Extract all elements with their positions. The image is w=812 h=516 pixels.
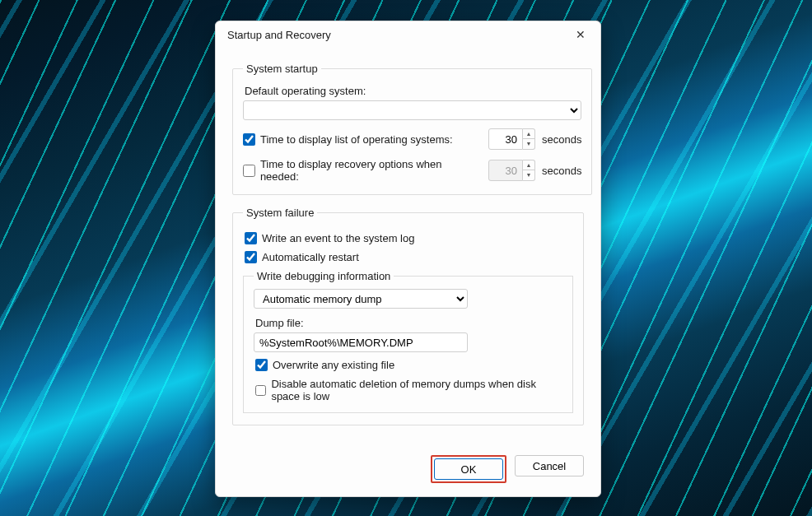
spinner-down-icon[interactable]: ▼ bbox=[523, 139, 534, 148]
disable-delete-checkbox[interactable] bbox=[255, 384, 266, 397]
default-os-label: Default operating system: bbox=[245, 85, 581, 97]
auto-restart-row[interactable]: Automatically restart bbox=[245, 251, 573, 263]
time-os-list-row[interactable]: Time to display list of operating system… bbox=[243, 133, 482, 146]
time-os-list-checkbox[interactable] bbox=[243, 133, 255, 146]
disable-delete-row[interactable]: Disable automatic deletion of memory dum… bbox=[255, 378, 562, 402]
dump-type-select[interactable]: Automatic memory dump bbox=[254, 289, 468, 309]
write-event-label: Write an event to the system log bbox=[262, 232, 414, 244]
write-event-row[interactable]: Write an event to the system log bbox=[245, 232, 573, 244]
dialog-button-row: OK Cancel bbox=[216, 452, 600, 496]
startup-recovery-dialog: Startup and Recovery ✕ System startup De… bbox=[215, 21, 601, 497]
debugging-info-group: Write debugging information Automatic me… bbox=[243, 270, 573, 413]
time-os-list-label: Time to display list of operating system… bbox=[260, 133, 453, 146]
dump-file-label: Dump file: bbox=[255, 317, 562, 329]
time-os-list-spinner[interactable]: ▲ ▼ bbox=[488, 128, 535, 150]
time-recovery-checkbox[interactable] bbox=[243, 165, 255, 177]
debugging-info-legend: Write debugging information bbox=[254, 270, 394, 282]
cancel-button[interactable]: Cancel bbox=[515, 455, 584, 476]
time-recovery-label: Time to display recovery options when ne… bbox=[260, 158, 482, 183]
ok-highlight: OK bbox=[431, 455, 506, 483]
time-recovery-unit: seconds bbox=[542, 165, 581, 177]
system-startup-legend: System startup bbox=[243, 63, 321, 75]
time-recovery-spinner[interactable]: ▲ ▼ bbox=[488, 160, 535, 181]
time-recovery-value[interactable] bbox=[488, 160, 523, 181]
overwrite-label: Overwrite any existing file bbox=[273, 359, 394, 371]
default-os-select[interactable] bbox=[243, 100, 581, 120]
close-button[interactable]: ✕ bbox=[569, 23, 592, 46]
spinner-down-icon[interactable]: ▼ bbox=[523, 170, 534, 179]
time-os-list-unit: seconds bbox=[542, 133, 581, 146]
close-icon: ✕ bbox=[576, 28, 586, 41]
time-recovery-row[interactable]: Time to display recovery options when ne… bbox=[243, 158, 482, 183]
overwrite-row[interactable]: Overwrite any existing file bbox=[255, 359, 562, 371]
system-failure-group: System failure Write an event to the sys… bbox=[232, 207, 584, 425]
spinner-up-icon[interactable]: ▲ bbox=[523, 160, 534, 170]
system-startup-group: System startup Default operating system:… bbox=[232, 63, 592, 195]
system-failure-legend: System failure bbox=[243, 207, 317, 219]
titlebar: Startup and Recovery ✕ bbox=[216, 21, 600, 48]
time-os-list-value[interactable] bbox=[488, 128, 523, 150]
auto-restart-label: Automatically restart bbox=[262, 251, 359, 263]
write-event-checkbox[interactable] bbox=[245, 232, 257, 244]
spinner-up-icon[interactable]: ▲ bbox=[523, 129, 534, 139]
disable-delete-label: Disable automatic deletion of memory dum… bbox=[271, 378, 562, 402]
desktop-background: Startup and Recovery ✕ System startup De… bbox=[0, 0, 812, 516]
auto-restart-checkbox[interactable] bbox=[245, 251, 257, 263]
dump-file-input[interactable] bbox=[254, 332, 468, 352]
dialog-title: Startup and Recovery bbox=[227, 29, 331, 41]
overwrite-checkbox[interactable] bbox=[255, 359, 268, 371]
ok-button[interactable]: OK bbox=[434, 458, 503, 480]
